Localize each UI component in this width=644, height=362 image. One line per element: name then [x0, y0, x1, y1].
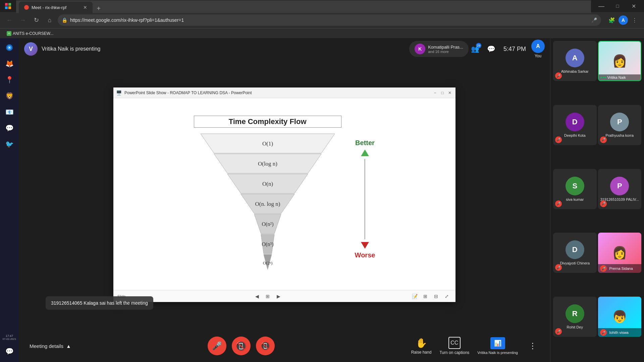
- bookmark-favicon: A: [7, 31, 11, 36]
- captions-control[interactable]: CC Turn on captions: [439, 337, 469, 355]
- participant-name-text: Vritika Naik: [607, 75, 626, 79]
- presenter-name-text: Vritika Naik is presenting: [42, 46, 100, 52]
- meet-controls: 🎤 📵 📵: [208, 337, 275, 355]
- more-icon[interactable]: ⋮: [629, 15, 640, 25]
- participant-avatar: A: [566, 49, 584, 67]
- main-content: 🦊 📍 🦁 📧 💬 🐦 17:47 07-02-2021 💬 V Vritika…: [0, 38, 644, 362]
- mute-icon: 🎤: [555, 328, 562, 335]
- slide-close-btn[interactable]: ✕: [447, 90, 453, 96]
- arrow-line: [364, 159, 365, 239]
- meet-header-actions: 👥 29 💬 5:47 PM A You: [469, 40, 545, 58]
- slide-footer: Slide ◀ ⊞ ▶ 📝 ⊞ ⊟ ⤢: [113, 290, 455, 302]
- close-button[interactable]: ✕: [626, 1, 641, 11]
- sidebar-icon-2[interactable]: 🦊: [3, 57, 16, 70]
- slide-content: Time Complexity Flow O(1) O(log n): [113, 98, 455, 290]
- more-options-button[interactable]: ⋮: [526, 339, 539, 353]
- participant-tile: D Divyajyoti Chinera 🎤: [553, 233, 597, 273]
- notes-icon[interactable]: 📝: [410, 292, 419, 301]
- participant-tile: 👦 🎤 Iohith viswa: [598, 297, 642, 337]
- reload-button[interactable]: ↻: [31, 15, 42, 25]
- tab-close-button[interactable]: ✕: [83, 5, 87, 10]
- participant-name-overlay: Vritika Naik: [599, 74, 641, 80]
- mute-icon: 🎤: [600, 329, 607, 336]
- sidebar-icon-5[interactable]: 📧: [3, 105, 16, 119]
- extensions-icon[interactable]: 🧩: [606, 15, 617, 25]
- participant-name: Divyajyoti Chinera: [558, 261, 591, 265]
- svg-text:O(n²): O(n²): [262, 221, 273, 227]
- address-bar[interactable]: 🔒 https://meet.google.com/rix-ihkw-rpf?p…: [58, 14, 601, 26]
- home-button[interactable]: ⌂: [44, 15, 55, 25]
- fullscreen-icon[interactable]: ⤢: [442, 292, 451, 301]
- address-bar-row: ← → ↻ ⌂ 🔒 https://meet.google.com/rix-ih…: [0, 12, 644, 28]
- participant-name: Prathyusha korra: [604, 133, 635, 137]
- slide-window: 🖥️ PowerPoint Slide Show - ROADMAP TO LE…: [113, 87, 455, 302]
- participant-avatar: D: [566, 240, 584, 259]
- mic-icon[interactable]: 🎤: [591, 17, 597, 23]
- svg-text:O(1): O(1): [262, 140, 273, 147]
- participant-tile: P Prathyusha korra 🎤: [598, 105, 642, 145]
- forward-button[interactable]: →: [17, 15, 28, 25]
- chat-icon[interactable]: 💬: [485, 42, 498, 56]
- sidebar-chat-icon[interactable]: 💬: [3, 345, 16, 358]
- participants-count: and 16 more: [428, 50, 463, 54]
- fit-icon[interactable]: ⊟: [431, 292, 441, 301]
- end-call-button[interactable]: 📵: [232, 337, 251, 355]
- video-button[interactable]: 📵: [256, 337, 275, 355]
- profile-icon[interactable]: A: [619, 15, 628, 25]
- better-label: Better: [355, 139, 375, 147]
- participants-panel: A Abhinaba Sarkar 🎤 👩 Vritika Naik D: [550, 38, 644, 362]
- worse-label: Worse: [355, 251, 375, 259]
- arrow-up: [361, 149, 369, 156]
- new-tab-button[interactable]: +: [94, 4, 103, 13]
- presenter-info: V Vritika Naik is presenting: [24, 42, 409, 56]
- back-button[interactable]: ←: [4, 15, 15, 25]
- maximize-button[interactable]: □: [610, 1, 625, 11]
- next-slide-btn[interactable]: ▶: [274, 292, 282, 300]
- notification-text: 319126514065 Kalaga sai has left the mee…: [51, 300, 148, 306]
- presentation-area: 🖥️ PowerPoint Slide Show - ROADMAP TO LE…: [19, 60, 550, 330]
- people-icon[interactable]: 👥 29: [469, 42, 482, 56]
- section-view-btn[interactable]: ⊞: [264, 292, 272, 300]
- participants-name: Komatipalli Pras...: [428, 45, 463, 50]
- user-avatar[interactable]: A: [531, 40, 545, 53]
- grid-view-icon[interactable]: ⊞: [421, 292, 430, 301]
- presenting-icon: 📊: [490, 337, 505, 349]
- complexity-triangle: O(1) O(log n) O(n) O(n. log n): [194, 130, 341, 271]
- sidebar-icon-3[interactable]: 📍: [3, 73, 16, 86]
- slide-win-controls: − □ ✕: [432, 90, 453, 96]
- svg-point-6: [9, 47, 10, 48]
- active-tab[interactable]: Meet - rix-ihkw-rpf ✕: [19, 2, 93, 13]
- participants-pill[interactable]: K Komatipalli Pras... and 16 more: [409, 41, 469, 57]
- prev-slide-btn[interactable]: ◀: [253, 292, 261, 300]
- sidebar-icon-4[interactable]: 🦁: [3, 89, 16, 103]
- bookmark-anits[interactable]: A ANITS e-COURSEW...: [4, 31, 56, 37]
- participant-tile: P 319126510109 PALIV... 🎤: [598, 169, 642, 209]
- sidebar-icon-7[interactable]: 🐦: [3, 137, 16, 151]
- mute-icon: 🎤: [600, 265, 607, 272]
- slide-nav: ◀ ⊞ ▶: [253, 292, 282, 300]
- speaking-indicator: [601, 77, 606, 78]
- powerpoint-icon: 🖥️: [116, 90, 122, 96]
- svg-rect-2: [5, 6, 8, 9]
- sidebar-icon-6[interactable]: 💬: [3, 121, 16, 135]
- bookmark-label: ANITS e-COURSEW...: [13, 31, 53, 36]
- mute-button[interactable]: 🎤: [208, 337, 226, 355]
- browser-sidebar: 🦊 📍 🦁 📧 💬 🐦 17:47 07-02-2021 💬: [0, 38, 19, 362]
- presenting-control[interactable]: 📊 Vritika Naik is presenting: [477, 337, 518, 355]
- participant-name: Abhinaba Sarkar: [560, 69, 590, 73]
- slide-restore-btn[interactable]: □: [439, 90, 445, 96]
- raise-hand-control[interactable]: ✋ Raise hand: [411, 338, 432, 355]
- sidebar-browser-icon[interactable]: [3, 41, 16, 54]
- participants-info: Komatipalli Pras... and 16 more: [428, 45, 463, 54]
- windows-start-icon[interactable]: [3, 1, 13, 11]
- slide-minimize-btn[interactable]: −: [432, 90, 438, 96]
- participant-tile: S siva kumar 🎤: [553, 169, 597, 209]
- minimize-button[interactable]: —: [594, 1, 609, 11]
- participant-name-text: Iohith viswa: [609, 330, 629, 335]
- participant-avatar: R: [566, 304, 584, 323]
- participant-name-text: Prerna Sidana: [609, 266, 633, 270]
- meet-more-controls: ✋ Raise hand CC Turn on captions 📊 Vriti…: [411, 337, 539, 355]
- participant-tile: 👩 🎤 Prerna Sidana: [598, 233, 642, 273]
- participant-name: Rohit Dey: [566, 325, 584, 329]
- meeting-details-button[interactable]: Meeting details ▲: [30, 343, 71, 349]
